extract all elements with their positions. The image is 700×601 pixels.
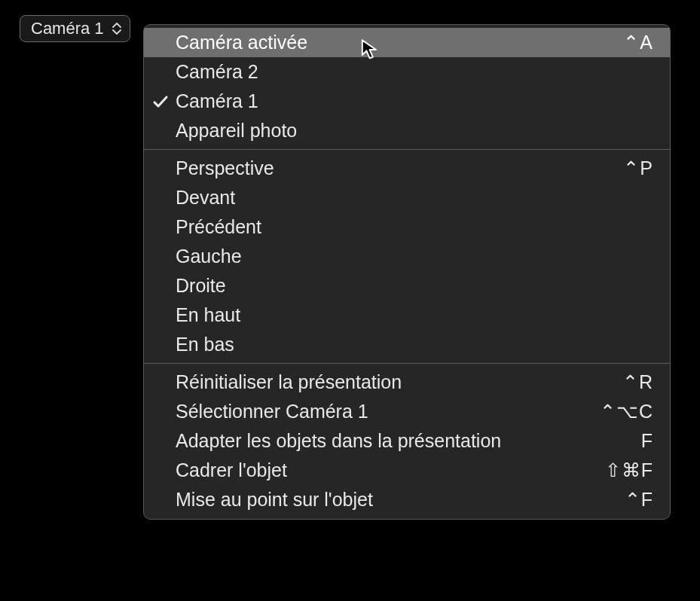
menu-item-label: Caméra 1: [176, 90, 653, 112]
menu-item-top[interactable]: En haut: [144, 300, 670, 330]
camera-view-menu: Caméra activée ⌃A Caméra 2 Caméra 1 Appa…: [143, 24, 671, 520]
menu-item-back[interactable]: Précédent: [144, 212, 670, 242]
menu-item-label: Mise au point sur l'objet: [176, 489, 625, 511]
menu-item-label: Caméra activée: [176, 32, 623, 53]
menu-item-label: Droite: [176, 275, 653, 297]
menu-item-label: Adapter les objets dans la présentation: [176, 430, 641, 452]
menu-item-bottom[interactable]: En bas: [144, 330, 670, 359]
checkmark-icon: [152, 92, 169, 108]
menu-item-focus-object[interactable]: Mise au point sur l'objet ⌃F: [144, 485, 670, 514]
menu-item-label: Appareil photo: [176, 120, 653, 142]
menu-item-label: Gauche: [176, 246, 653, 267]
menu-item-label: Caméra 2: [176, 61, 653, 83]
menu-item-shortcut: ⇧⌘F: [605, 459, 653, 481]
menu-item-label: Perspective: [176, 157, 623, 179]
menu-item-still-camera[interactable]: Appareil photo: [144, 116, 670, 145]
menu-item-front[interactable]: Devant: [144, 183, 670, 212]
menu-item-select-camera-1[interactable]: Sélectionner Caméra 1 ⌃⌥C: [144, 397, 670, 426]
menu-item-label: En bas: [176, 334, 653, 355]
menu-item-shortcut: ⌃⌥C: [600, 401, 653, 423]
menu-item-shortcut: ⌃P: [623, 157, 653, 179]
chevron-up-down-icon: [112, 23, 122, 35]
menu-item-label: Devant: [176, 187, 653, 209]
menu-item-label: Réinitialiser la présentation: [176, 371, 622, 393]
menu-item-shortcut: F: [641, 430, 653, 452]
menu-item-shortcut: ⌃A: [623, 32, 653, 53]
menu-separator: [144, 149, 670, 150]
menu-item-left[interactable]: Gauche: [144, 242, 670, 271]
menu-item-camera-2[interactable]: Caméra 2: [144, 57, 670, 87]
menu-item-active-camera[interactable]: Caméra activée ⌃A: [144, 28, 670, 57]
menu-item-label: En haut: [176, 304, 653, 326]
menu-item-frame-object[interactable]: Cadrer l'objet ⇧⌘F: [144, 456, 670, 485]
menu-item-camera-1[interactable]: Caméra 1: [144, 87, 670, 116]
menu-item-shortcut: ⌃R: [622, 371, 653, 393]
menu-separator: [144, 363, 670, 364]
menu-item-label: Cadrer l'objet: [176, 459, 605, 481]
menu-item-shortcut: ⌃F: [625, 489, 653, 511]
menu-item-label: Précédent: [176, 216, 653, 238]
menu-item-right[interactable]: Droite: [144, 271, 670, 300]
camera-popup-label: Caméra 1: [31, 19, 104, 38]
menu-item-fit-objects[interactable]: Adapter les objets dans la présentation …: [144, 426, 670, 456]
menu-item-label: Sélectionner Caméra 1: [176, 401, 600, 423]
menu-item-reset-view[interactable]: Réinitialiser la présentation ⌃R: [144, 368, 670, 397]
menu-item-perspective[interactable]: Perspective ⌃P: [144, 154, 670, 183]
camera-popup-button[interactable]: Caméra 1: [20, 15, 130, 42]
